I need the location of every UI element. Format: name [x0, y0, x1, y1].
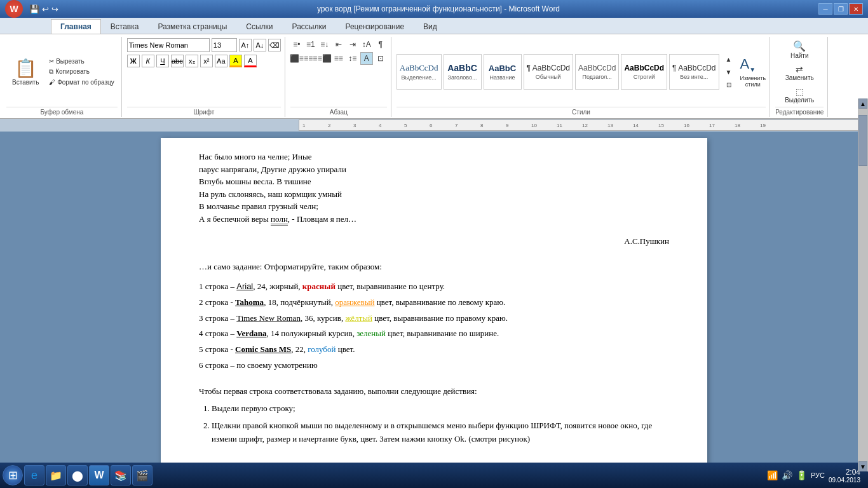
para-row-2: ⬛≡ ≡≡≡ ≡⬛ ≡≡ ↕≡ A ⊡	[290, 52, 387, 65]
copy-button[interactable]: ⧉ Копировать	[46, 67, 117, 77]
style-subtitle[interactable]: AaBbCcDd Подзагол...	[575, 54, 619, 90]
replace-label: Заменить	[785, 74, 814, 81]
style-strong[interactable]: AaBbCcDd Строгий	[621, 54, 667, 90]
bold-button[interactable]: Ж	[127, 55, 140, 67]
tab-insert[interactable]: Вставка	[101, 19, 149, 34]
align-right-button[interactable]: ≡⬛	[318, 52, 331, 65]
title-bar: W 💾 ↩ ↪ урок ворд [Режим ограниченной фу…	[0, 0, 868, 18]
poem-attribution: А.С.Пушкин	[199, 235, 669, 248]
document-area[interactable]: Нас было много на челне; Иные парус напр…	[0, 132, 868, 488]
poem-line-1: Нас было много на челне; Иные	[199, 151, 669, 163]
clipboard-small-buttons: ✂ Вырезать ⧉ Копировать 🖌 Формат по обра…	[46, 57, 117, 87]
close-button[interactable]: ✕	[849, 3, 863, 15]
subscript-button[interactable]: x₂	[186, 55, 198, 67]
office-button[interactable]: W	[5, 0, 23, 18]
poem-line-6: А я беспечной веры полн, - Пловцам я пел…	[199, 213, 669, 226]
font-content: A↑ A↓ ⌫ Ж К Ч abc x₂ x² Аа A A	[127, 38, 281, 105]
tab-references[interactable]: Ссылки	[236, 19, 282, 34]
font-size-input[interactable]	[212, 38, 237, 52]
paste-label: Вставить	[12, 79, 39, 86]
show-formatting-button[interactable]: ¶	[374, 38, 387, 51]
sort-button[interactable]: ↕A	[360, 38, 373, 51]
format-painter-button[interactable]: 🖌 Формат по образцу	[46, 78, 117, 87]
tab-mailings[interactable]: Рассылки	[283, 19, 336, 34]
highlight-button[interactable]: A	[229, 55, 242, 67]
start-button[interactable]: ⊞	[3, 465, 23, 485]
font-row-2: Ж К Ч abc x₂ x² Аа A A	[127, 55, 257, 67]
minimize-button[interactable]: ─	[818, 3, 832, 15]
editing-group-label: Редактирование	[775, 107, 824, 116]
italic-button[interactable]: К	[142, 55, 154, 67]
numbering-button[interactable]: ≡1	[304, 38, 317, 51]
font-color-button[interactable]: A	[244, 55, 257, 67]
justify-button[interactable]: ≡≡	[332, 52, 345, 65]
video-icon: 🎬	[136, 470, 149, 482]
paragraph-content: ≡• ≡1 ≡↓ ⇤ ⇥ ↕A ¶ ⬛≡ ≡≡≡ ≡⬛ ≡≡ ↕≡ A ⊡	[290, 38, 387, 105]
align-center-button[interactable]: ≡≡≡	[304, 52, 317, 65]
change-styles-btn[interactable]: A▼ Изменитьстили	[738, 56, 766, 87]
select-icon: ⬚	[796, 86, 804, 97]
taskbar-video[interactable]: 🎬	[132, 465, 153, 485]
taskbar-chrome[interactable]: ⬤	[67, 465, 88, 485]
time-display: 2:04 09.04.2013	[829, 468, 860, 484]
style-body[interactable]: ¶ AaBbCcDd Обычный	[524, 54, 573, 90]
style-heading2[interactable]: AaBbC Название	[484, 54, 522, 90]
task-section: …и само задание: Отформатируйте, таким о…	[199, 261, 669, 372]
lang-indicator[interactable]: РУС	[811, 471, 825, 479]
paste-button[interactable]: 📋 Вставить	[6, 56, 44, 88]
find-button[interactable]: 🔍 Найти	[786, 38, 813, 61]
scroll-down-button[interactable]: ▼	[858, 461, 867, 471]
files-icon: 📁	[50, 470, 62, 482]
line-spacing-button[interactable]: ↕≡	[346, 52, 359, 65]
save-icon[interactable]: 💾	[29, 4, 39, 14]
clear-format-button[interactable]: ⌫	[268, 39, 281, 51]
word-icon: W	[94, 470, 104, 481]
scroll-thumb[interactable]	[858, 132, 867, 166]
change-case-button[interactable]: Аа	[215, 55, 227, 67]
taskbar-files[interactable]: 📁	[46, 465, 66, 485]
underline-button[interactable]: Ч	[156, 55, 169, 67]
styles-more[interactable]: ⊡	[722, 78, 735, 91]
scroll-track[interactable]	[858, 132, 867, 461]
scrollbar-vertical[interactable]: ▲ ▼	[858, 132, 868, 471]
font-group: A↑ A↓ ⌫ Ж К Ч abc x₂ x² Аа A A Шрифт	[123, 37, 285, 117]
poem-line-5: В молчанье правил грузный челн;	[199, 200, 669, 213]
poem-line-3: Вглубь мошны весла. В тишине	[199, 175, 669, 188]
quick-access: W 💾 ↩ ↪	[5, 0, 58, 18]
taskbar-library[interactable]: 📚	[111, 465, 131, 485]
clipboard-label: Буфер обмена	[6, 107, 118, 116]
increase-font-button[interactable]: A↑	[239, 39, 252, 51]
styles-scroll-up[interactable]: ▲	[722, 53, 735, 65]
style-no-spacing[interactable]: ¶ AaBbCcDd Без инте...	[669, 54, 719, 90]
cut-button[interactable]: ✂ Вырезать	[46, 57, 117, 66]
shading-button[interactable]: A	[360, 52, 373, 65]
select-button[interactable]: ⬚ Выделить	[780, 85, 818, 105]
align-left-button[interactable]: ⬛≡	[290, 52, 303, 65]
increase-indent-button[interactable]: ⇥	[346, 38, 359, 51]
tab-page-layout[interactable]: Разметка страницы	[148, 19, 236, 34]
replace-button[interactable]: ⇄ Заменить	[781, 62, 818, 83]
redo-icon[interactable]: ↪	[51, 4, 58, 14]
font-name-input[interactable]	[127, 38, 210, 52]
instructions-section: Чтобы первая строка соответствовала зада…	[199, 385, 669, 446]
bullets-button[interactable]: ≡•	[290, 38, 303, 51]
replace-icon: ⇄	[796, 64, 803, 74]
strikethrough-button[interactable]: abc	[171, 55, 184, 67]
ruler-left-margin	[153, 119, 299, 131]
taskbar-word[interactable]: W	[89, 465, 109, 485]
styles-scroll-down[interactable]: ▼	[722, 65, 735, 78]
decrease-font-button[interactable]: A↓	[254, 39, 266, 51]
style-heading1[interactable]: AaBbC Заголово...	[444, 54, 482, 90]
borders-button[interactable]: ⊡	[374, 52, 387, 65]
tab-home[interactable]: Главная	[51, 19, 101, 34]
document-page[interactable]: Нас было много на челне; Иные парус напр…	[161, 138, 707, 488]
style-normal[interactable]: AaBbCcDd Выделение...	[397, 54, 442, 90]
tab-review[interactable]: Рецензирование	[336, 19, 414, 34]
decrease-indent-button[interactable]: ⇤	[332, 38, 345, 51]
tab-view[interactable]: Вид	[414, 19, 447, 34]
superscript-button[interactable]: x²	[200, 55, 213, 67]
undo-icon[interactable]: ↩	[42, 4, 49, 14]
multilevel-list-button[interactable]: ≡↓	[318, 38, 331, 51]
restore-button[interactable]: ❐	[834, 3, 848, 15]
taskbar-ie[interactable]: e	[24, 465, 44, 485]
